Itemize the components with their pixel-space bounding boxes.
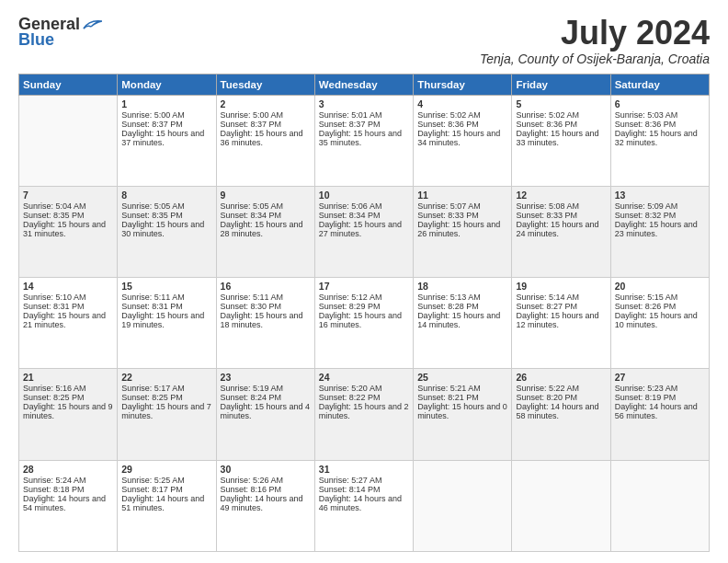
sunset-text: Sunset: 8:18 PM	[23, 485, 85, 494]
sunrise-text: Sunrise: 5:05 AM	[121, 201, 185, 211]
col-wednesday: Wednesday	[314, 74, 413, 95]
day-number: 9	[221, 190, 311, 201]
calendar-cell: 19 Sunrise: 5:14 AM Sunset: 8:27 PM Dayl…	[512, 278, 610, 369]
calendar-week-row: 21 Sunrise: 5:16 AM Sunset: 8:25 PM Dayl…	[19, 369, 710, 460]
calendar-table: Sunday Monday Tuesday Wednesday Thursday…	[18, 74, 710, 552]
calendar-cell: 25 Sunrise: 5:21 AM Sunset: 8:21 PM Dayl…	[414, 369, 512, 460]
sunset-text: Sunset: 8:35 PM	[23, 211, 85, 220]
calendar-cell: 16 Sunrise: 5:11 AM Sunset: 8:30 PM Dayl…	[216, 278, 314, 369]
calendar-cell: 14 Sunrise: 5:10 AM Sunset: 8:31 PM Dayl…	[19, 278, 118, 369]
day-number: 15	[121, 281, 211, 292]
col-sunday: Sunday	[19, 74, 118, 95]
daylight-text: Daylight: 15 hours and 24 minutes.	[516, 220, 598, 238]
day-number: 23	[221, 372, 311, 383]
sunrise-text: Sunrise: 5:19 AM	[221, 384, 284, 393]
sunrise-text: Sunrise: 5:22 AM	[516, 384, 579, 393]
sunset-text: Sunset: 8:37 PM	[121, 120, 183, 129]
day-number: 1	[121, 98, 211, 109]
sunset-text: Sunset: 8:35 PM	[121, 211, 183, 220]
daylight-text: Daylight: 15 hours and 0 minutes.	[417, 402, 507, 420]
day-number: 16	[221, 281, 311, 292]
sunrise-text: Sunrise: 5:01 AM	[319, 110, 382, 120]
daylight-text: Daylight: 15 hours and 37 minutes.	[121, 129, 204, 147]
calendar-cell: 26 Sunrise: 5:22 AM Sunset: 8:20 PM Dayl…	[512, 369, 610, 460]
col-saturday: Saturday	[610, 74, 709, 95]
sunrise-text: Sunrise: 5:06 AM	[319, 201, 382, 211]
daylight-text: Daylight: 15 hours and 12 minutes.	[516, 311, 598, 329]
title-block: July 2024 Tenja, County of Osijek-Baranj…	[480, 15, 710, 66]
calendar-cell: 11 Sunrise: 5:07 AM Sunset: 8:33 PM Dayl…	[414, 186, 512, 277]
day-number: 5	[516, 98, 606, 109]
day-number: 18	[417, 281, 507, 292]
calendar-cell: 10 Sunrise: 5:06 AM Sunset: 8:34 PM Dayl…	[314, 186, 413, 277]
daylight-text: Daylight: 15 hours and 27 minutes.	[319, 220, 402, 238]
day-number: 28	[23, 464, 113, 475]
calendar-cell: 13 Sunrise: 5:09 AM Sunset: 8:32 PM Dayl…	[610, 186, 709, 277]
header: General Blue July 2024 Tenja, County of …	[18, 15, 710, 66]
sunrise-text: Sunrise: 5:15 AM	[615, 293, 678, 302]
calendar-cell: 5 Sunrise: 5:02 AM Sunset: 8:36 PM Dayli…	[512, 95, 610, 186]
sunrise-text: Sunrise: 5:21 AM	[417, 384, 481, 393]
sunrise-text: Sunrise: 5:11 AM	[221, 293, 284, 302]
day-number: 31	[319, 464, 409, 475]
day-number: 6	[615, 98, 705, 109]
day-number: 2	[221, 98, 311, 109]
daylight-text: Daylight: 15 hours and 36 minutes.	[221, 129, 303, 147]
sunrise-text: Sunrise: 5:00 AM	[121, 110, 185, 120]
daylight-text: Daylight: 15 hours and 2 minutes.	[319, 402, 409, 420]
calendar-week-row: 7 Sunrise: 5:04 AM Sunset: 8:35 PM Dayli…	[19, 186, 710, 277]
sunrise-text: Sunrise: 5:02 AM	[516, 110, 579, 120]
col-tuesday: Tuesday	[216, 74, 314, 95]
sunset-text: Sunset: 8:31 PM	[23, 302, 85, 311]
calendar-cell: 15 Sunrise: 5:11 AM Sunset: 8:31 PM Dayl…	[118, 278, 216, 369]
daylight-text: Daylight: 15 hours and 32 minutes.	[615, 129, 698, 147]
calendar-cell: 12 Sunrise: 5:08 AM Sunset: 8:33 PM Dayl…	[512, 186, 610, 277]
logo: General Blue	[18, 15, 102, 50]
daylight-text: Daylight: 15 hours and 21 minutes.	[23, 311, 106, 329]
day-number: 11	[417, 190, 507, 201]
sunset-text: Sunset: 8:17 PM	[121, 485, 183, 494]
sunrise-text: Sunrise: 5:16 AM	[23, 384, 86, 393]
sunset-text: Sunset: 8:37 PM	[319, 120, 381, 129]
day-number: 10	[319, 190, 409, 201]
sunrise-text: Sunrise: 5:05 AM	[221, 201, 284, 211]
sunrise-text: Sunrise: 5:25 AM	[121, 476, 185, 485]
sunset-text: Sunset: 8:25 PM	[121, 393, 183, 402]
sunset-text: Sunset: 8:14 PM	[319, 485, 381, 494]
daylight-text: Daylight: 15 hours and 34 minutes.	[417, 129, 500, 147]
sunset-text: Sunset: 8:36 PM	[516, 120, 577, 129]
sunrise-text: Sunrise: 5:10 AM	[23, 293, 86, 302]
calendar-cell: 3 Sunrise: 5:01 AM Sunset: 8:37 PM Dayli…	[314, 95, 413, 186]
day-number: 25	[417, 372, 507, 383]
day-number: 30	[221, 464, 311, 475]
day-number: 17	[319, 281, 409, 292]
calendar-cell: 8 Sunrise: 5:05 AM Sunset: 8:35 PM Dayli…	[118, 186, 216, 277]
sunrise-text: Sunrise: 5:27 AM	[319, 476, 382, 485]
calendar-week-row: 1 Sunrise: 5:00 AM Sunset: 8:37 PM Dayli…	[19, 95, 710, 186]
daylight-text: Daylight: 15 hours and 10 minutes.	[615, 311, 698, 329]
sunrise-text: Sunrise: 5:03 AM	[615, 110, 678, 120]
sunrise-text: Sunrise: 5:12 AM	[319, 293, 382, 302]
sunset-text: Sunset: 8:30 PM	[221, 302, 282, 311]
daylight-text: Daylight: 14 hours and 54 minutes.	[23, 494, 106, 512]
calendar-week-row: 14 Sunrise: 5:10 AM Sunset: 8:31 PM Dayl…	[19, 278, 710, 369]
calendar-cell: 7 Sunrise: 5:04 AM Sunset: 8:35 PM Dayli…	[19, 186, 118, 277]
sunrise-text: Sunrise: 5:20 AM	[319, 384, 382, 393]
day-number: 26	[516, 372, 606, 383]
sunset-text: Sunset: 8:16 PM	[221, 485, 282, 494]
sunrise-text: Sunrise: 5:11 AM	[121, 293, 185, 302]
daylight-text: Daylight: 15 hours and 30 minutes.	[121, 220, 204, 238]
sunrise-text: Sunrise: 5:23 AM	[615, 384, 678, 393]
sunrise-text: Sunrise: 5:14 AM	[516, 293, 579, 302]
sunrise-text: Sunrise: 5:07 AM	[417, 201, 481, 211]
daylight-text: Daylight: 15 hours and 4 minutes.	[221, 402, 311, 420]
col-friday: Friday	[512, 74, 610, 95]
logo-blue-text: Blue	[18, 30, 54, 50]
daylight-text: Daylight: 15 hours and 14 minutes.	[417, 311, 500, 329]
calendar-cell: 28 Sunrise: 5:24 AM Sunset: 8:18 PM Dayl…	[19, 460, 118, 551]
daylight-text: Daylight: 15 hours and 16 minutes.	[319, 311, 402, 329]
sunset-text: Sunset: 8:29 PM	[319, 302, 381, 311]
daylight-text: Daylight: 15 hours and 7 minutes.	[121, 402, 211, 420]
calendar-cell: 22 Sunrise: 5:17 AM Sunset: 8:25 PM Dayl…	[118, 369, 216, 460]
day-number: 24	[319, 372, 409, 383]
